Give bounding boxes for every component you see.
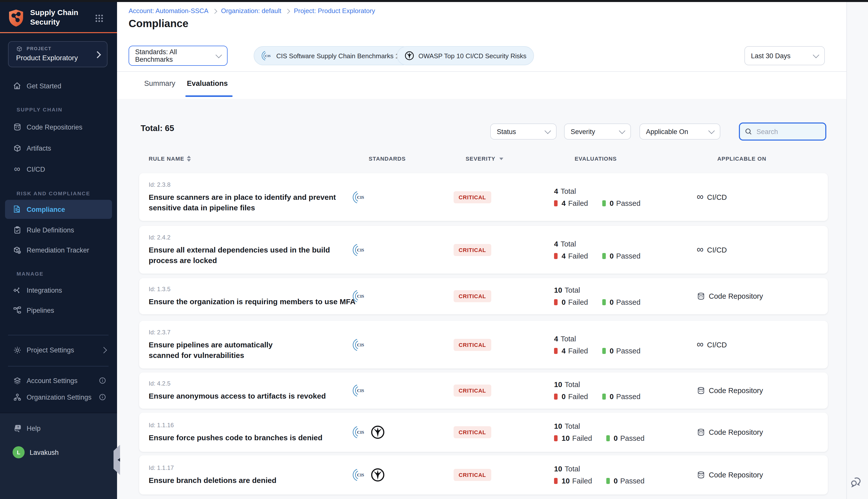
search-input[interactable] [756, 127, 818, 136]
owasp-chip[interactable]: OWASP Top 10 CI/CD Security Risks [397, 46, 534, 65]
table-row[interactable]: Id: 2.3.8Ensure scanners are in place to… [139, 173, 828, 221]
code-repository-icon [697, 471, 705, 479]
rule-id: Id: 1.3.5 [149, 285, 355, 293]
project-selector[interactable]: PROJECT Product Exploratory [8, 41, 108, 67]
passed-chip [602, 299, 605, 305]
status-filter-dropdown[interactable]: Status [490, 123, 557, 139]
tab-evaluations[interactable]: Evaluations [187, 79, 228, 87]
code-repository-icon [13, 122, 22, 132]
sidebar-item-account-settings[interactable]: Account Settings [0, 372, 117, 389]
sidebar-item-compliance[interactable]: Compliance [5, 200, 112, 219]
failed-chip [554, 348, 557, 354]
gear-icon [13, 345, 22, 354]
package-icon [16, 46, 23, 52]
breadcrumb-project-link[interactable]: Project: Product Exploratory [294, 7, 375, 14]
sort-icon[interactable] [187, 156, 191, 162]
column-header-severity[interactable]: SEVERITY [466, 156, 503, 162]
rule-name: Ensure all external dependencies used in… [149, 244, 346, 266]
account-settings-icon [13, 376, 22, 385]
sidebar-item-code-repositories[interactable]: Code Repositories [0, 119, 117, 135]
support-chat-icon[interactable] [850, 475, 863, 488]
table-row[interactable]: Id: 1.1.17Ensure branch deletions are de… [139, 455, 828, 495]
evaluations-cell: 4Total 4Failed0Passed [554, 226, 640, 273]
failed-chip [554, 253, 557, 259]
column-header-rule-name[interactable]: RULE NAME [149, 156, 191, 162]
failed-chip [554, 299, 557, 305]
sidebar-item-label: CI/CD [27, 166, 45, 173]
sidebar-user[interactable]: L Lavakush [0, 444, 117, 461]
right-gutter [846, 2, 868, 499]
failed-chip [554, 393, 557, 400]
sidebar-item-integrations[interactable]: Integrations [0, 282, 117, 299]
info-icon [99, 377, 106, 384]
standards-filter-dropdown[interactable]: Standards: All Benchmarks [129, 46, 228, 66]
status-filter-label: Status [497, 128, 516, 135]
rule-id: Id: 1.1.17 [149, 464, 277, 471]
breadcrumb-organization-link[interactable]: Organization: default [221, 7, 281, 14]
search-icon [745, 128, 752, 135]
cis-benchmark-chip[interactable]: CIS Software Supply Chain Benchmarks 1.0 [254, 46, 412, 65]
chevron-right-icon [100, 346, 107, 353]
sort-desc-icon[interactable] [499, 157, 503, 160]
cis-icon [352, 289, 366, 303]
sidebar-section-manage: MANAGE [16, 271, 44, 277]
passed-chip [602, 348, 605, 354]
sidebar-item-rule-definitions[interactable]: Rule Definitions [0, 221, 117, 239]
cis-icon [352, 468, 366, 482]
severity-badge: CRITICAL [454, 290, 491, 302]
sidebar-item-get-started[interactable]: Get Started [0, 77, 117, 94]
evaluations-cell: 10Total 10Failed0Passed [554, 455, 644, 495]
sidebar-item-pipelines[interactable]: Pipelines [0, 302, 117, 319]
evaluations-cell: 4Total 4Failed0Passed [554, 173, 640, 221]
sidebar-item-artifacts[interactable]: Artifacts [0, 139, 117, 157]
rule-name: Ensure the organization is requiring mem… [149, 296, 355, 307]
sidebar-item-help[interactable]: ? Help [0, 420, 117, 437]
chevron-down-icon [813, 51, 819, 58]
chevron-down-icon [708, 127, 714, 134]
svg-text:?: ? [17, 425, 19, 429]
failed-chip [554, 200, 557, 206]
table-row[interactable]: Id: 2.4.2Ensure all external dependencie… [139, 226, 828, 273]
rule-id: Id: 2.4.2 [149, 234, 346, 241]
search-box[interactable] [739, 122, 826, 141]
infinity-icon: ∞ [13, 165, 22, 174]
apps-grid-icon[interactable] [95, 14, 104, 23]
applicable-on-cell: ∞CI/CD [697, 226, 727, 273]
passed-chip [606, 478, 610, 484]
info-icon [99, 393, 106, 401]
table-row[interactable]: Id: 4.2.5Ensure anonymous access to arti… [139, 373, 828, 409]
severity-badge: CRITICAL [454, 469, 491, 481]
sidebar-item-cicd[interactable]: ∞ CI/CD [0, 161, 117, 178]
breadcrumb-account-link[interactable]: Account: Automation-SSCA [129, 7, 208, 14]
severity-badge: CRITICAL [454, 191, 491, 203]
evaluations-cell: 10Total 0Failed0Passed [554, 373, 640, 409]
sidebar-item-label: Project Settings [27, 346, 74, 354]
table-row[interactable]: Id: 1.1.16Ensure force pushes code to br… [139, 413, 828, 452]
failed-chip [554, 478, 557, 484]
chevron-down-icon [216, 51, 222, 58]
code-repository-icon [697, 386, 705, 395]
cis-icon [352, 384, 366, 398]
header-divider [117, 71, 846, 72]
rule-name: Ensure force pushes code to branches is … [149, 432, 323, 443]
rule-id: Id: 4.2.5 [149, 380, 326, 387]
severity-badge: CRITICAL [454, 339, 491, 351]
sidebar-item-project-settings[interactable]: Project Settings [0, 341, 117, 358]
tab-summary[interactable]: Summary [144, 79, 175, 87]
sidebar-item-organization-settings[interactable]: Organization Settings [0, 389, 117, 406]
sidebar-item-remediation-tracker[interactable]: Remediation Tracker [0, 242, 117, 258]
severity-filter-dropdown[interactable]: Severity [564, 123, 631, 139]
rule-id: Id: 2.3.7 [149, 329, 299, 336]
owasp-icon [405, 51, 414, 61]
column-label: EVALUATIONS [575, 156, 617, 162]
chevron-down-icon [544, 127, 551, 134]
sidebar-item-label: Pipelines [27, 306, 54, 314]
table-row[interactable]: Id: 2.3.7Ensure pipelines are automatica… [139, 321, 828, 368]
evaluations-cell: 10Total 10Failed0Passed [554, 413, 644, 452]
rule-id: Id: 1.1.16 [149, 422, 323, 429]
infinity-icon: ∞ [697, 244, 703, 254]
date-range-dropdown[interactable]: Last 30 Days [745, 46, 825, 65]
table-row[interactable]: Id: 1.3.5Ensure the organization is requ… [139, 278, 828, 314]
clipboard-check-icon [13, 226, 22, 234]
applicable-on-filter-dropdown[interactable]: Applicable On [639, 123, 720, 139]
